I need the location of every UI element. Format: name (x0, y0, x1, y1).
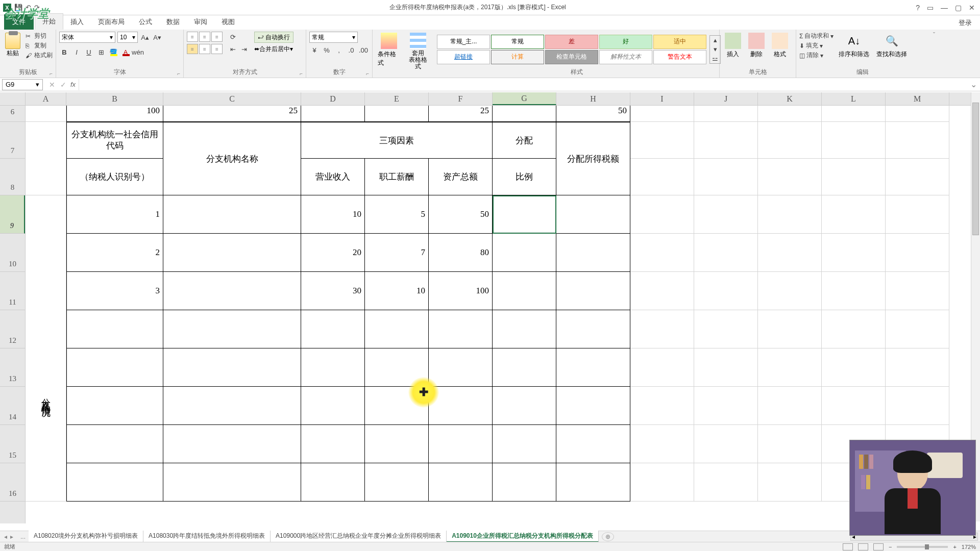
style-cell[interactable]: 计算 (491, 50, 544, 64)
cell[interactable]: 营业收入 (301, 159, 365, 195)
cell[interactable] (886, 387, 949, 425)
cell[interactable] (758, 106, 822, 122)
sort-filter-button[interactable]: A↓排序和筛选 (837, 32, 871, 60)
style-cell[interactable]: 好 (599, 35, 652, 49)
cell[interactable] (630, 159, 694, 195)
cell[interactable]: 20 (301, 234, 365, 272)
cell[interactable] (758, 122, 822, 159)
cell-styles-gallery[interactable]: 常规_主...常规差好适中超链接计算检查单元格解释性文本警告文本 (437, 35, 706, 64)
cell[interactable] (365, 425, 429, 463)
copy-button[interactable]: ⎘复制 (26, 41, 53, 50)
vertical-align-buttons[interactable]: ≡≡≡ (187, 32, 223, 42)
close-icon[interactable]: ✕ (969, 4, 975, 12)
cell[interactable] (493, 234, 556, 272)
tab-page-layout[interactable]: 页面布局 (91, 14, 132, 30)
tab-insert[interactable]: 插入 (63, 14, 91, 30)
cell[interactable]: 分支机构名称 (163, 122, 301, 195)
cell[interactable] (301, 387, 365, 425)
cell[interactable] (694, 387, 758, 425)
expand-formula-icon[interactable]: ⌄ (967, 80, 980, 89)
cell[interactable] (758, 234, 822, 272)
page-break-view-button[interactable] (873, 543, 884, 550)
gallery-up-button[interactable]: ▴ (710, 36, 720, 45)
sheet-tab[interactable]: A109010企业所得税汇总纳税分支机构所得税分配表 (447, 531, 599, 542)
cell[interactable]: 职工薪酬 (365, 159, 429, 195)
column-header[interactable]: M (886, 92, 949, 105)
autosum-button[interactable]: Σ自动求和▾ (799, 32, 834, 40)
column-header[interactable]: B (66, 92, 163, 105)
row-header[interactable]: 12 (0, 310, 25, 348)
help-icon[interactable]: ? (916, 4, 920, 12)
cell[interactable] (758, 387, 822, 425)
ribbon-options-icon[interactable]: ▭ (927, 4, 934, 12)
style-cell[interactable]: 适中 (653, 35, 706, 49)
cell[interactable] (429, 425, 493, 463)
cell[interactable] (694, 272, 758, 310)
comma-button[interactable]: , (334, 45, 344, 55)
wrap-text-button[interactable]: ⮐自动换行 (254, 32, 293, 43)
cell[interactable] (556, 463, 630, 502)
name-box[interactable]: G9▾ (2, 79, 43, 90)
border-button[interactable]: ⊞ (96, 47, 106, 57)
cell[interactable] (886, 348, 949, 387)
cell[interactable] (886, 234, 949, 272)
bold-button[interactable]: B (59, 47, 69, 57)
cell[interactable] (556, 348, 630, 387)
horizontal-align-buttons[interactable]: ≡≡≡ (187, 44, 223, 54)
cell[interactable] (301, 106, 365, 122)
cell[interactable] (630, 272, 694, 310)
cell[interactable] (26, 122, 66, 195)
cell[interactable]: 25 (163, 106, 301, 122)
row-header[interactable]: 15 (0, 425, 25, 463)
tab-data[interactable]: 数据 (159, 14, 187, 30)
launcher-icon[interactable]: ⌐ (177, 71, 180, 77)
cell[interactable] (822, 195, 886, 234)
cell[interactable] (556, 387, 630, 425)
cell[interactable] (66, 310, 163, 348)
cell[interactable] (758, 310, 822, 348)
column-header[interactable]: C (163, 92, 301, 105)
column-header[interactable]: H (556, 92, 630, 105)
cell[interactable]: 100 (66, 106, 163, 122)
cancel-formula-icon[interactable]: ✕ (49, 81, 55, 89)
zoom-level[interactable]: 172% (962, 544, 976, 550)
cell[interactable] (694, 463, 758, 502)
cell[interactable] (429, 310, 493, 348)
cell[interactable] (66, 463, 163, 502)
normal-view-button[interactable] (843, 543, 853, 550)
cell[interactable] (493, 425, 556, 463)
cell[interactable] (556, 310, 630, 348)
style-cell[interactable]: 警告文本 (653, 50, 706, 64)
cell[interactable] (758, 195, 822, 234)
accept-formula-icon[interactable]: ✓ (60, 81, 66, 89)
cell[interactable] (163, 425, 301, 463)
cell[interactable]: 80 (429, 234, 493, 272)
cell[interactable] (822, 272, 886, 310)
cell[interactable] (630, 425, 694, 463)
cell[interactable] (758, 272, 822, 310)
cell[interactable] (822, 159, 886, 195)
cell[interactable]: 50 (429, 195, 493, 234)
zoom-out-button[interactable]: − (889, 544, 892, 550)
gallery-more-button[interactable]: ⚍ (710, 54, 720, 63)
sheet-tab[interactable]: A108020境外分支机构弥补亏损明细表 (29, 531, 143, 542)
cell[interactable] (365, 310, 429, 348)
cell[interactable]: 分配 (493, 122, 556, 159)
cell[interactable] (758, 159, 822, 195)
cell[interactable] (301, 425, 365, 463)
sheet-tab[interactable]: A109000跨地区经营汇总纳税企业年度分摊企业所得税明细表 (271, 531, 447, 542)
format-as-table-button[interactable]: 套用 表格格式 (405, 32, 431, 71)
fx-icon[interactable]: fx (70, 81, 76, 88)
cell[interactable] (886, 310, 949, 348)
cell[interactable] (556, 234, 630, 272)
increase-font-button[interactable]: A▴ (140, 32, 150, 42)
fill-color-button[interactable]: 🪣 (108, 47, 118, 57)
cell[interactable]: 25 (429, 106, 493, 122)
cell[interactable] (429, 463, 493, 502)
cell[interactable] (630, 310, 694, 348)
tab-review[interactable]: 审阅 (187, 14, 214, 30)
cell[interactable] (694, 122, 758, 159)
cell[interactable] (493, 272, 556, 310)
cell[interactable] (886, 195, 949, 234)
decrease-decimal-button[interactable]: .00 (358, 45, 369, 55)
